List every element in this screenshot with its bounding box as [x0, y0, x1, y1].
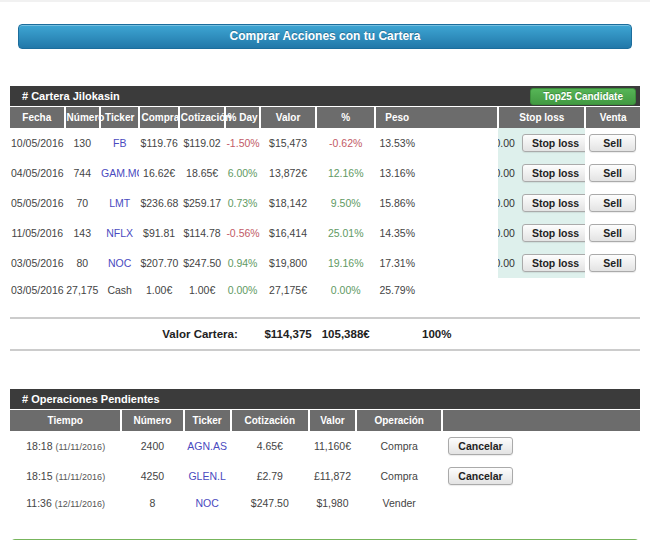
ticker-link[interactable]: LMT [109, 197, 130, 209]
top-divider [0, 0, 650, 2]
day-change-value: -1.50% [226, 137, 259, 149]
table-row: 10/05/2016 130 FB $119.76 $119.02 -1.50%… [10, 128, 640, 158]
cell-tiempo: 11:36 (12/11/2016) [10, 491, 121, 515]
cell-tiempo: 18:18 (11/11/2016) [10, 431, 121, 461]
cell-total-change: -0.62% [316, 128, 375, 158]
cell-compra: 16.62€ [139, 158, 178, 188]
cell-valor: $1,980 [309, 491, 356, 515]
cell-venta-empty [585, 278, 640, 302]
col-numero: Número [65, 107, 100, 129]
cell-compra: $207.70 [139, 248, 178, 278]
ticker-link[interactable]: GLEN.L [188, 470, 225, 482]
cell-cancel: Cancelar [442, 431, 640, 461]
portfolio-panel-header: # Cartera Jilokasin Top25 Candidate [10, 86, 640, 106]
cell-stoploss: 0.00 Stop loss [498, 248, 585, 278]
cell-stoploss: 0.00 Stop loss [498, 188, 585, 218]
total-change-value: 19.16% [328, 257, 364, 269]
ticker-link[interactable]: GAM.MC [101, 167, 139, 179]
col-peso: Peso [375, 107, 498, 129]
cell-compra: $236.68 [139, 188, 178, 218]
col-fecha: Fecha [10, 107, 65, 129]
cell-cotizacion: 18.65€ [179, 158, 226, 188]
cell-total-change: 25.01% [316, 218, 375, 248]
cell-compra: 1.00€ [139, 278, 178, 302]
cell-ticker: LMT [100, 188, 139, 218]
cell-ticker: NFLX [100, 218, 139, 248]
cell-numero: 2400 [121, 431, 183, 461]
sell-button[interactable]: Sell [589, 134, 636, 152]
cell-valor: $16,414 [260, 218, 317, 248]
stop-loss-input[interactable]: 0.00 [498, 227, 515, 239]
col-ticker: Ticker [184, 410, 231, 432]
table-row: 04/05/2016 744 GAM.MC 16.62€ 18.65€ 6.00… [10, 158, 640, 188]
cell-venta: Sell [585, 128, 640, 158]
col-cancel [442, 410, 640, 432]
ticker-link[interactable]: AGN.AS [187, 440, 227, 452]
order-time: 11:36 [26, 497, 52, 509]
ticker-link[interactable]: NFLX [106, 227, 133, 239]
day-change-value: 6.00% [228, 167, 258, 179]
cell-stoploss: 0.00 Stop loss [498, 218, 585, 248]
cell-day-change: 0.00% [225, 278, 259, 302]
cancel-button[interactable]: Cancelar [448, 467, 512, 485]
cell-venta: Sell [585, 158, 640, 188]
portfolio-table: Fecha Número Ticker Compra Cotización % … [10, 106, 640, 302]
ticker-link[interactable]: NOC [195, 497, 218, 509]
cell-fecha: 10/05/2016 [10, 128, 65, 158]
table-row: 11:36 (12/11/2016) 8 NOC $247.50 $1,980 … [10, 491, 640, 515]
ticker-link[interactable]: FB [113, 137, 126, 149]
sell-button[interactable]: Sell [589, 254, 636, 272]
stop-loss-button[interactable]: Stop loss [522, 194, 585, 212]
table-row: 18:15 (11/11/2016) 4250 GLEN.L £2.79 £11… [10, 461, 640, 491]
total-change-value: -0.62% [329, 137, 362, 149]
cell-numero: 27,175 [65, 278, 100, 302]
cancel-button[interactable]: Cancelar [448, 437, 512, 455]
cell-operacion: Compra [356, 431, 442, 461]
stop-loss-button[interactable]: Stop loss [522, 164, 585, 182]
cell-operacion: Compra [356, 461, 442, 491]
cell-day-change: -1.50% [225, 128, 259, 158]
cell-peso: 25.79% [375, 278, 498, 302]
day-change-value: 0.73% [228, 197, 258, 209]
stop-loss-button[interactable]: Stop loss [522, 224, 585, 242]
cell-ticker: FB [100, 128, 139, 158]
cell-ticker: GLEN.L [184, 461, 231, 491]
sell-button[interactable]: Sell [589, 164, 636, 182]
cell-peso: 13.16% [375, 158, 498, 188]
pending-panel: # Operaciones Pendientes Tiempo Número T… [10, 389, 640, 515]
total-change-value: 25.01% [328, 227, 364, 239]
day-change-value: -0.56% [226, 227, 259, 239]
pending-panel-header: # Operaciones Pendientes [10, 389, 640, 409]
cell-ticker: Cash [100, 278, 139, 302]
pending-table: Tiempo Número Ticker Cotización Valor Op… [10, 409, 640, 515]
stop-loss-button[interactable]: Stop loss [522, 254, 585, 272]
cell-operacion: Vender [356, 491, 442, 515]
cell-peso: 15.86% [375, 188, 498, 218]
top25-candidate-button[interactable]: Top25 Candidate [530, 88, 636, 105]
cell-cotizacion: $119.02 [179, 128, 226, 158]
table-row: 18:18 (11/11/2016) 2400 AGN.AS 4.65€ 11,… [10, 431, 640, 461]
cell-tiempo: 18:15 (11/11/2016) [10, 461, 121, 491]
sell-button[interactable]: Sell [589, 224, 636, 242]
ticker-link[interactable]: NOC [108, 257, 131, 269]
total-change-value: 12.16% [328, 167, 364, 179]
cell-peso: 13.53% [375, 128, 498, 158]
col-tiempo: Tiempo [10, 410, 121, 432]
stop-loss-input[interactable]: 0.00 [498, 137, 515, 149]
cell-peso: 17.31% [375, 248, 498, 278]
cell-valor: $15,473 [260, 128, 317, 158]
cell-stoploss-empty [498, 278, 585, 302]
stop-loss-button[interactable]: Stop loss [522, 134, 585, 152]
stop-loss-input[interactable]: 0.00 [498, 167, 515, 179]
col-valor: Valor [260, 107, 317, 129]
cell-cotizacion: 1.00€ [179, 278, 226, 302]
cell-day-change: -0.56% [225, 218, 259, 248]
sell-button[interactable]: Sell [589, 194, 636, 212]
stop-loss-input[interactable]: 0.00 [498, 257, 515, 269]
stop-loss-input[interactable]: 0.00 [498, 197, 515, 209]
cell-numero: 80 [65, 248, 100, 278]
comprar-acciones-button[interactable]: Comprar Acciones con tu Cartera [18, 24, 632, 49]
cell-cotizacion: 4.65€ [231, 431, 309, 461]
portfolio-totals: Valor Cartera: $114,375 105,388€ 100% [10, 317, 640, 351]
pending-header-row: Tiempo Número Ticker Cotización Valor Op… [10, 410, 640, 432]
